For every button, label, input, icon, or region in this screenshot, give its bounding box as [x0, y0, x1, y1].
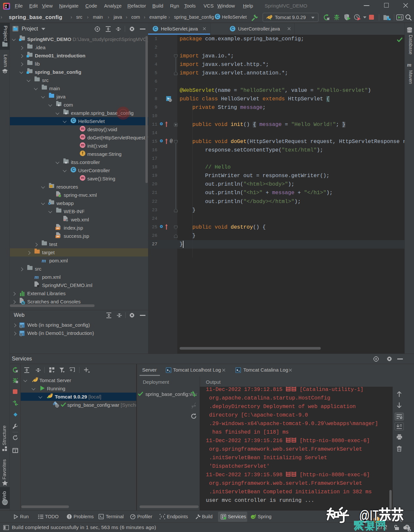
svg-text:?: ?	[406, 525, 408, 530]
